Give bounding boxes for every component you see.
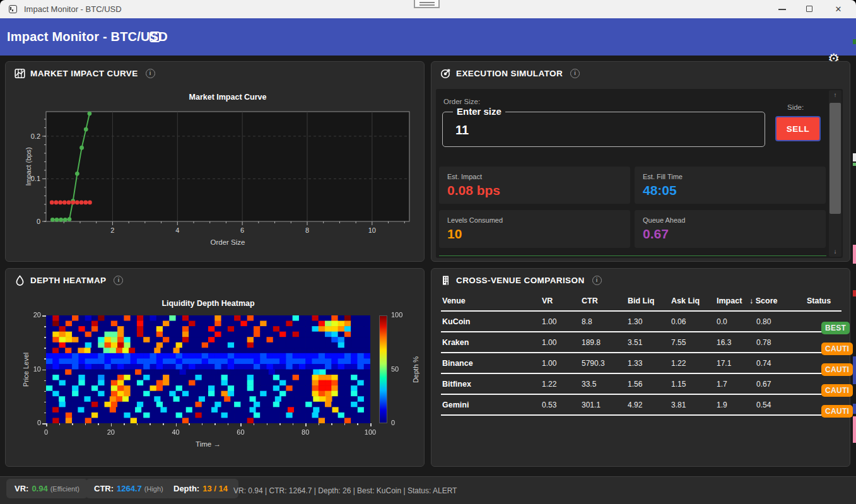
maximize-button[interactable] xyxy=(797,0,822,18)
tick-mark xyxy=(240,423,242,426)
scroll-down-icon[interactable]: ↓ xyxy=(829,247,841,257)
tick-mark xyxy=(319,423,320,425)
col-bid-liq[interactable]: Bid Liq xyxy=(628,296,654,305)
venue-row[interactable]: Kraken1.00189.83.517.5516.30.78CAUTI xyxy=(441,332,841,353)
levels-consumed-card: Levels Consumed 10 xyxy=(439,210,630,248)
status-bar: VR:0.94(Efficient) CTR:1264.7(High) Dept… xyxy=(0,476,856,504)
minimize-icon xyxy=(778,9,786,10)
cell-impact: 0.0 xyxy=(717,317,727,326)
col-impact[interactable]: Impact xyxy=(717,296,742,305)
info-icon[interactable]: i xyxy=(592,276,602,285)
tick-mark xyxy=(344,423,346,425)
venue-row[interactable]: Gemini0.53301.14.923.811.90.54CAUTI xyxy=(441,395,841,416)
info-icon[interactable]: i xyxy=(146,69,155,78)
sell-button[interactable]: SELL xyxy=(775,116,821,141)
tick-mark xyxy=(214,423,216,425)
minimize-button[interactable] xyxy=(770,0,795,18)
tick-label: 50 xyxy=(391,365,399,373)
svg-text:10: 10 xyxy=(368,226,376,234)
x-axis-label: Time → xyxy=(46,440,370,448)
background-window-artifact xyxy=(853,404,856,414)
cell-venue: KuCoin xyxy=(442,317,470,326)
venue-row[interactable]: Bitfinex1.2233.51.561.151.70.67CAUTI xyxy=(441,374,841,395)
cell-vr: 1.22 xyxy=(542,380,556,389)
tick-mark xyxy=(42,423,46,425)
info-icon[interactable]: i xyxy=(114,276,123,285)
colorbar xyxy=(379,315,387,423)
venue-row[interactable]: Binance1.005790.31.331.2217.10.74CAUTI xyxy=(441,353,841,374)
svg-text:0.2: 0.2 xyxy=(31,132,40,140)
panel-title: CROSS-VENUE COMPARISON xyxy=(456,276,585,285)
background-window-artifact xyxy=(853,245,856,264)
cell-ctr: 189.8 xyxy=(582,338,601,347)
col-vr[interactable]: VR xyxy=(542,296,553,305)
snap-layout-handle[interactable] xyxy=(414,0,440,8)
tick-mark xyxy=(137,423,138,425)
scrollbar-thumb[interactable] xyxy=(830,103,841,214)
col-score-sorted[interactable]: ↓ Score xyxy=(749,296,777,305)
ctr-status-pill: CTR:1264.7(High) xyxy=(86,479,172,498)
cell-score: 0.54 xyxy=(756,401,771,409)
divider-line xyxy=(439,255,826,256)
chart-grid-icon xyxy=(15,68,25,79)
cell-ctr: 5790.3 xyxy=(582,359,605,368)
cell-ask_liq: 1.22 xyxy=(671,359,686,368)
side-label: Side: xyxy=(787,103,804,111)
venue-table: Venue VR CTR Bid Liq Ask Liq Impact ↓ Sc… xyxy=(441,293,841,416)
cell-ctr: 33.5 xyxy=(582,380,596,389)
cell-impact: 16.3 xyxy=(717,338,731,347)
cell-vr: 1.00 xyxy=(542,359,556,368)
cell-ctr: 8.8 xyxy=(582,317,592,326)
window-title: Impact Monitor - BTC/USD xyxy=(24,0,122,18)
background-window-artifact xyxy=(853,290,856,296)
app-icon xyxy=(9,5,17,13)
order-size-input-label: Enter size xyxy=(453,106,505,117)
cell-impact: 1.7 xyxy=(717,380,727,389)
droplet-icon xyxy=(15,275,25,286)
tick-label: 0 xyxy=(40,428,52,436)
venue-row[interactable]: KuCoin1.008.81.300.060.00.80BEST xyxy=(441,312,841,332)
cell-vr: 1.00 xyxy=(542,338,556,347)
cell-score: 0.78 xyxy=(756,338,771,347)
scroll-up-icon[interactable]: ↑ xyxy=(829,90,841,100)
tick-mark xyxy=(254,423,255,425)
cell-venue: Bitfinex xyxy=(442,380,471,389)
order-size-input[interactable] xyxy=(455,120,708,140)
pill-value: 1264.7 xyxy=(117,484,142,493)
cell-venue: Kraken xyxy=(442,338,469,347)
metric-value: 10 xyxy=(447,226,462,242)
cell-vr: 1.00 xyxy=(542,317,556,326)
pill-suffix: (High) xyxy=(144,485,163,493)
close-button[interactable]: ✕ xyxy=(826,0,851,18)
tick-mark xyxy=(44,402,46,403)
order-size-label: Order Size: xyxy=(443,98,480,105)
cell-score: 0.74 xyxy=(756,359,771,368)
cell-bid_liq: 3.51 xyxy=(628,338,642,347)
scrollbar[interactable]: ↑ ↓ xyxy=(829,90,841,257)
pill-suffix: (Efficient) xyxy=(50,485,79,493)
tick-mark xyxy=(176,423,177,426)
cell-bid_liq: 4.92 xyxy=(628,401,642,409)
liquidity-heatmap xyxy=(46,315,370,423)
col-ctr[interactable]: CTR xyxy=(582,296,598,305)
col-venue[interactable]: Venue xyxy=(442,296,466,305)
svg-text:0.1: 0.1 xyxy=(31,175,40,182)
col-status[interactable]: Status xyxy=(807,296,831,305)
depth-status-pill: Depth:13 / 14 xyxy=(165,479,238,498)
tick-label: 100 xyxy=(391,311,402,319)
header-info-icon[interactable]: i xyxy=(150,32,160,42)
tick-mark xyxy=(202,423,203,425)
svg-text:2: 2 xyxy=(110,226,114,234)
cell-ask_liq: 7.55 xyxy=(671,338,686,347)
pill-value: 13 / 14 xyxy=(202,484,228,493)
depth-heatmap-panel: DEPTH HEATMAP i Liquidity Depth Heatmap … xyxy=(5,268,425,467)
colorbar-label: Depth % xyxy=(412,356,419,383)
tick-label: 0 xyxy=(26,419,41,426)
info-icon[interactable]: i xyxy=(570,69,580,78)
metric-value: 0.08 bps xyxy=(447,183,500,198)
tick-label: 40 xyxy=(170,428,182,436)
pill-label: Depth: xyxy=(173,484,199,493)
x-axis-label: Order Size xyxy=(46,238,409,246)
tick-mark xyxy=(111,423,112,426)
col-ask-liq[interactable]: Ask Liq xyxy=(671,296,700,305)
